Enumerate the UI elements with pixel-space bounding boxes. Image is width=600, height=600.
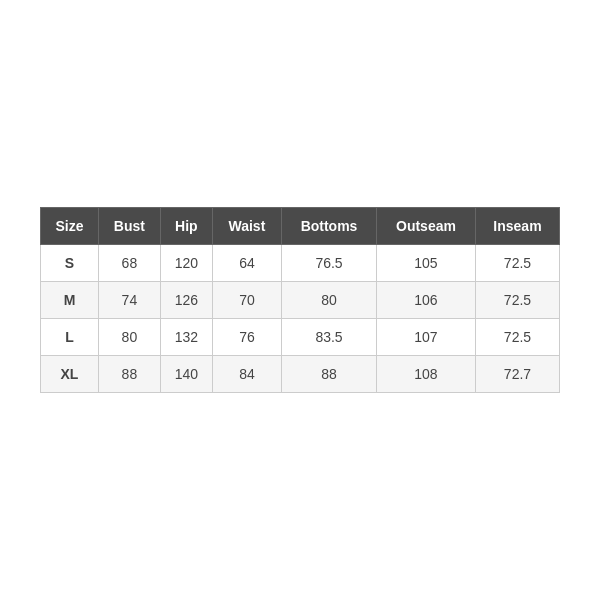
col-header-hip: Hip	[160, 208, 212, 245]
cell-hip: 140	[160, 356, 212, 393]
cell-waist: 76	[212, 319, 281, 356]
cell-bottoms: 80	[282, 282, 377, 319]
cell-outseam: 107	[376, 319, 475, 356]
size-chart-table: Size Bust Hip Waist Bottoms Outseam Inse…	[40, 207, 560, 393]
cell-waist: 84	[212, 356, 281, 393]
cell-inseam: 72.5	[475, 319, 559, 356]
table-header-row: Size Bust Hip Waist Bottoms Outseam Inse…	[41, 208, 560, 245]
table-row: M74126708010672.5	[41, 282, 560, 319]
cell-bottoms: 88	[282, 356, 377, 393]
col-header-bottoms: Bottoms	[282, 208, 377, 245]
cell-bust: 88	[98, 356, 160, 393]
cell-size: M	[41, 282, 99, 319]
col-header-waist: Waist	[212, 208, 281, 245]
cell-inseam: 72.5	[475, 282, 559, 319]
table-row: L801327683.510772.5	[41, 319, 560, 356]
cell-bottoms: 76.5	[282, 245, 377, 282]
cell-bust: 80	[98, 319, 160, 356]
cell-size: L	[41, 319, 99, 356]
cell-outseam: 108	[376, 356, 475, 393]
table-row: S681206476.510572.5	[41, 245, 560, 282]
cell-bust: 74	[98, 282, 160, 319]
cell-hip: 120	[160, 245, 212, 282]
col-header-size: Size	[41, 208, 99, 245]
cell-bust: 68	[98, 245, 160, 282]
cell-outseam: 106	[376, 282, 475, 319]
cell-bottoms: 83.5	[282, 319, 377, 356]
cell-hip: 132	[160, 319, 212, 356]
col-header-inseam: Inseam	[475, 208, 559, 245]
col-header-bust: Bust	[98, 208, 160, 245]
cell-inseam: 72.5	[475, 245, 559, 282]
cell-inseam: 72.7	[475, 356, 559, 393]
size-chart-container: Size Bust Hip Waist Bottoms Outseam Inse…	[40, 207, 560, 393]
cell-outseam: 105	[376, 245, 475, 282]
cell-size: XL	[41, 356, 99, 393]
table-row: XL88140848810872.7	[41, 356, 560, 393]
cell-waist: 64	[212, 245, 281, 282]
col-header-outseam: Outseam	[376, 208, 475, 245]
cell-waist: 70	[212, 282, 281, 319]
cell-size: S	[41, 245, 99, 282]
cell-hip: 126	[160, 282, 212, 319]
